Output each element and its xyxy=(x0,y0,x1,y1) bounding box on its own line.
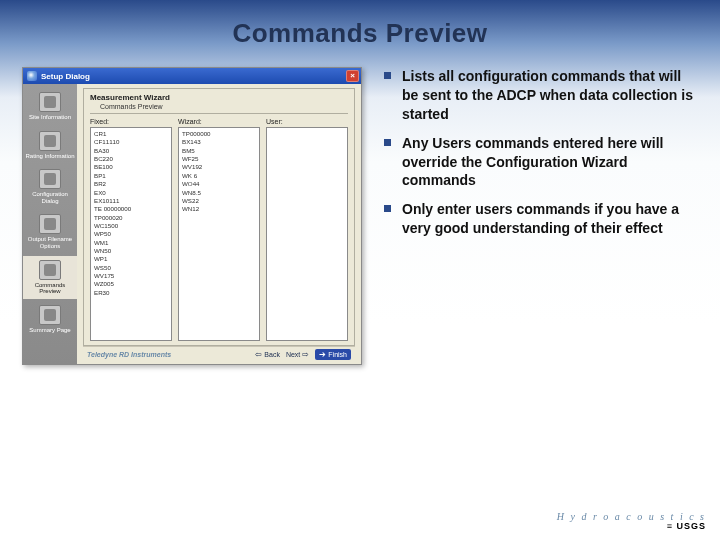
finish-arrow-icon: ➔ xyxy=(319,350,326,359)
wizard-sidebar: Site Information Rating Information Conf… xyxy=(23,84,77,364)
finish-button[interactable]: ➔ Finish xyxy=(315,349,351,360)
wizard-column: Wizard: TP000000 BX143 BM5 WF25 WV192 WK… xyxy=(178,118,260,341)
sidebar-item-label: Summary Page xyxy=(29,327,70,334)
user-column: User: xyxy=(266,118,348,341)
rating-icon xyxy=(39,131,61,151)
back-label: Back xyxy=(264,351,280,358)
wizard-listbox[interactable]: TP000000 BX143 BM5 WF25 WV192 WK 6 WO44 … xyxy=(178,127,260,341)
sidebar-item-label: Configuration Dialog xyxy=(25,191,75,204)
user-listbox[interactable] xyxy=(266,127,348,341)
titlebar: Setup Dialog × xyxy=(23,68,361,84)
sidebar-item-output[interactable]: Output Filename Options xyxy=(23,210,77,253)
fixed-column: Fixed: CR1 CF11110 BA30 BC220 BE100 BP1 … xyxy=(90,118,172,341)
config-icon xyxy=(39,169,61,189)
summary-icon xyxy=(39,305,61,325)
footer-logo: H y d r o a c o u s t i c s ≡ USGS xyxy=(557,511,706,532)
sidebar-item-config[interactable]: Configuration Dialog xyxy=(23,165,77,208)
wizard-label: Wizard: xyxy=(178,118,260,125)
usgs-logo-text: ≡ USGS xyxy=(557,522,706,532)
next-label: Next xyxy=(286,351,300,358)
main-panel: Measurement Wizard Commands Preview Fixe… xyxy=(77,84,361,364)
dialog-body: Site Information Rating Information Conf… xyxy=(23,84,361,364)
bullet-1: Lists all configuration commands that wi… xyxy=(380,67,698,124)
arrow-right-icon: ⇨ xyxy=(302,350,309,359)
next-button[interactable]: Next ⇨ xyxy=(286,350,309,359)
bullet-3: Only enter users commands if you have a … xyxy=(380,200,698,238)
footer-brand: Teledyne RD Instruments xyxy=(87,351,249,358)
screenshot-column: Setup Dialog × Site Information Rating I… xyxy=(22,67,362,365)
fixed-listbox[interactable]: CR1 CF11110 BA30 BC220 BE100 BP1 BR2 EX0… xyxy=(90,127,172,341)
content-row: Setup Dialog × Site Information Rating I… xyxy=(0,67,720,365)
setup-dialog-window: Setup Dialog × Site Information Rating I… xyxy=(22,67,362,365)
slide-title: Commands Preview xyxy=(0,0,720,49)
wizard-subtitle: Commands Preview xyxy=(100,103,348,110)
bullets-column: Lists all configuration commands that wi… xyxy=(380,67,698,365)
sidebar-item-label: Output Filename Options xyxy=(25,236,75,249)
wizard-footer: Teledyne RD Instruments ⇦ Back Next ⇨ ➔ … xyxy=(83,346,355,362)
commands-columns: Fixed: CR1 CF11110 BA30 BC220 BE100 BP1 … xyxy=(90,118,348,341)
window-title: Setup Dialog xyxy=(41,72,90,81)
wizard-frame: Measurement Wizard Commands Preview Fixe… xyxy=(83,88,355,346)
commands-icon xyxy=(39,260,61,280)
sidebar-item-label: Commands Preview xyxy=(25,282,75,295)
bullet-2: Any Users commands entered here will ove… xyxy=(380,134,698,191)
close-icon[interactable]: × xyxy=(346,70,359,82)
wizard-title: Measurement Wizard xyxy=(90,93,348,102)
fixed-label: Fixed: xyxy=(90,118,172,125)
sidebar-item-rating[interactable]: Rating Information xyxy=(23,127,77,164)
sidebar-item-label: Rating Information xyxy=(25,153,74,160)
app-icon xyxy=(27,71,37,81)
user-label: User: xyxy=(266,118,348,125)
finish-label: Finish xyxy=(328,351,347,358)
divider xyxy=(90,113,348,114)
output-icon xyxy=(39,214,61,234)
sidebar-item-label: Site Information xyxy=(29,114,71,121)
arrow-left-icon: ⇦ xyxy=(255,350,262,359)
site-icon xyxy=(39,92,61,112)
sidebar-item-summary[interactable]: Summary Page xyxy=(23,301,77,338)
sidebar-item-commands[interactable]: Commands Preview xyxy=(23,256,77,299)
back-button[interactable]: ⇦ Back xyxy=(255,350,280,359)
bullet-list: Lists all configuration commands that wi… xyxy=(380,67,698,238)
sidebar-item-site[interactable]: Site Information xyxy=(23,88,77,125)
